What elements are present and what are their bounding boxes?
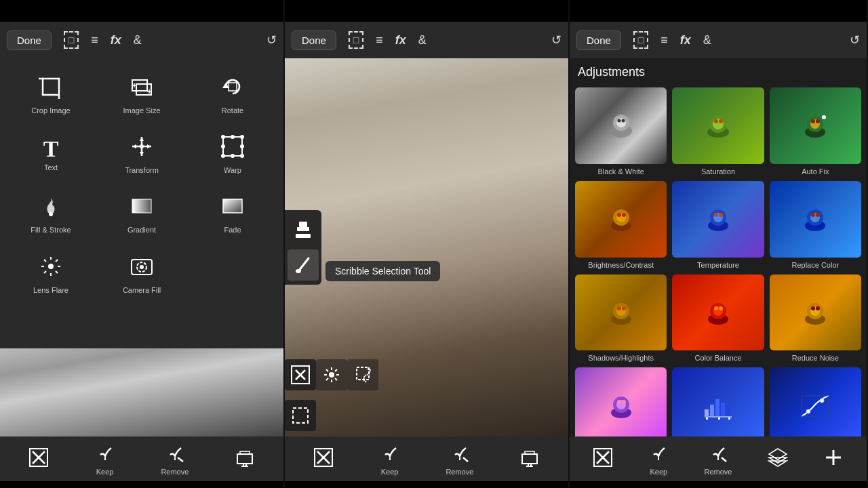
adj-noise[interactable]: Reduce Noise — [770, 274, 861, 363]
undo-icon-left[interactable]: ↺ — [267, 33, 277, 47]
rotate-label: Rotate — [222, 106, 243, 115]
bottom-bar-mid: Keep Remove — [285, 436, 568, 481]
fx-icon-mid[interactable]: fx — [395, 33, 406, 47]
remove-action-right[interactable]: Remove — [705, 443, 732, 476]
svg-point-123 — [719, 306, 723, 310]
svg-point-61 — [329, 372, 334, 378]
adj-autofix-label: Auto Fix — [802, 167, 829, 176]
selection-icon-right[interactable]: □ — [633, 31, 648, 49]
adj-saturation[interactable]: Saturation — [672, 87, 764, 176]
rect-select-btn[interactable] — [285, 400, 316, 431]
adj-color-balance[interactable]: Color Balance — [672, 274, 764, 363]
lasso-btn[interactable] — [347, 359, 378, 390]
svg-point-21 — [221, 154, 225, 158]
sliders-icon-left[interactable]: ≡ — [91, 33, 98, 47]
ampersand-icon-left[interactable]: & — [134, 33, 142, 47]
adj-brightness[interactable]: Brightness/Contrast — [575, 181, 667, 269]
toolbar-right: Done □ ≡ fx & ↺ — [570, 22, 867, 58]
svg-point-57 — [296, 269, 301, 273]
tool-fill-stroke[interactable]: Fill & Stroke — [7, 187, 95, 241]
tool-text[interactable]: T Text — [7, 127, 95, 182]
warp-icon — [220, 134, 245, 162]
done-button-right[interactable]: Done — [576, 30, 621, 50]
keep-icon-mid — [380, 443, 400, 466]
ampersand-icon-mid[interactable]: & — [418, 33, 427, 47]
svg-rect-29 — [223, 199, 242, 213]
erase-x-btn[interactable] — [285, 359, 316, 390]
adj-shadows[interactable]: Shadows/Highlights — [575, 274, 667, 363]
tool-gradient[interactable]: Gradient — [98, 187, 186, 241]
svg-point-22 — [240, 154, 244, 158]
adj-sat-thumb — [672, 87, 764, 164]
done-button-mid[interactable]: Done — [292, 30, 336, 50]
camera-fill-icon — [130, 254, 154, 282]
erase-action-right[interactable] — [593, 447, 613, 470]
undo-icon-mid[interactable]: ↺ — [551, 33, 561, 47]
adj-levels[interactable]: Levels — [672, 367, 764, 436]
svg-line-35 — [44, 260, 46, 262]
tool-warp[interactable]: Warp — [189, 127, 277, 182]
tool-crop[interactable]: Crop Image — [7, 68, 95, 122]
svg-point-98 — [822, 115, 826, 119]
svg-point-25 — [221, 144, 225, 148]
fill-stroke-label: Fill & Stroke — [31, 226, 71, 235]
svg-point-117 — [617, 306, 621, 310]
svg-line-68 — [335, 369, 337, 371]
undo-icon-right[interactable]: ↺ — [850, 33, 860, 47]
selection-icon-left[interactable]: □ — [64, 31, 79, 49]
adj-temperature[interactable]: Temperature — [672, 181, 764, 269]
add-action-right[interactable] — [823, 447, 844, 470]
text-label: Text — [44, 163, 58, 172]
tool-image-size[interactable]: Image Size — [98, 68, 186, 122]
sliders-icon-right[interactable]: ≡ — [660, 33, 668, 47]
fx-icon-left[interactable]: fx — [111, 33, 121, 47]
left-image-area — [0, 348, 283, 436]
selection-icon-mid[interactable]: □ — [349, 31, 363, 49]
tool-transform[interactable]: Transform — [98, 127, 186, 182]
svg-point-113 — [816, 213, 820, 217]
stamp-tool-btn[interactable] — [288, 214, 319, 245]
selection-tools-overlay — [285, 210, 321, 285]
tool-camera-fill[interactable]: Camera Fill — [98, 247, 186, 302]
svg-line-67 — [335, 378, 337, 380]
layers-action-left[interactable] — [235, 447, 255, 470]
magic-wand-btn[interactable] — [316, 359, 347, 390]
adj-bw[interactable]: Black & White — [575, 87, 667, 176]
svg-point-26 — [240, 144, 244, 148]
layers-action-right[interactable] — [768, 447, 788, 470]
tool-lens-flare[interactable]: Lens Flare — [7, 247, 95, 302]
toolbar-mid: Done □ ≡ fx & ↺ — [285, 22, 568, 58]
adj-autofix[interactable]: Auto Fix — [770, 87, 861, 176]
tool-rotate[interactable]: Rotate — [189, 68, 277, 122]
svg-rect-49 — [240, 451, 250, 454]
svg-point-20 — [240, 135, 244, 139]
svg-line-36 — [56, 271, 58, 273]
erase-action-mid[interactable] — [313, 447, 334, 470]
keep-action-mid[interactable]: Keep — [380, 443, 400, 476]
mid-content: Scribble Selection Tool — [285, 58, 568, 436]
mid-image-area: Scribble Selection Tool — [285, 58, 568, 436]
keep-action-right[interactable]: Keep — [648, 443, 669, 476]
remove-action-left[interactable]: Remove — [161, 443, 189, 476]
svg-marker-14 — [140, 137, 144, 141]
svg-rect-10 — [229, 83, 237, 91]
remove-action-mid[interactable]: Remove — [446, 443, 473, 476]
adj-replace-color[interactable]: Replace Color — [770, 181, 861, 269]
text-icon: T — [43, 138, 59, 161]
adj-curves[interactable]: Curves — [770, 367, 861, 436]
sliders-icon-mid[interactable]: ≡ — [376, 33, 383, 47]
layers-action-mid[interactable] — [519, 447, 540, 470]
ampersand-icon-right[interactable]: & — [703, 33, 711, 47]
warp-label: Warp — [224, 166, 241, 175]
adj-invert[interactable]: Invert — [575, 367, 667, 436]
tool-fade[interactable]: Fade — [189, 187, 277, 241]
brush-tool-btn[interactable] — [288, 249, 319, 281]
erase-action-left[interactable] — [28, 447, 49, 470]
svg-point-133 — [622, 400, 626, 404]
rotate-icon — [220, 75, 245, 102]
keep-action-left[interactable]: Keep — [95, 443, 115, 476]
svg-rect-18 — [223, 137, 242, 156]
fx-icon-right[interactable]: fx — [680, 33, 691, 47]
done-button-left[interactable]: Done — [7, 30, 52, 50]
adj-noise-label: Reduce Noise — [792, 354, 839, 362]
